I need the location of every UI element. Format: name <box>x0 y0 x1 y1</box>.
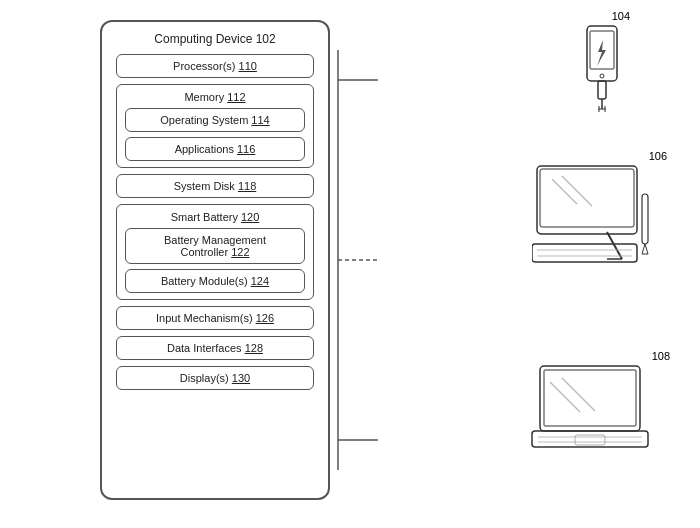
laptop-ref: 108 <box>530 350 670 362</box>
memory-group-box: Memory 112 Operating System 114 Applicat… <box>116 84 314 168</box>
bmc-box: Battery ManagementController 122 <box>125 228 305 264</box>
data-interfaces-box: Data Interfaces 128 <box>116 336 314 360</box>
system-disk-box: System Disk 118 <box>116 174 314 198</box>
svg-rect-7 <box>598 81 606 99</box>
phone-ref: 104 <box>575 10 630 22</box>
svg-rect-23 <box>540 366 640 431</box>
bracket-svg <box>328 20 408 500</box>
battery-label: Smart Battery 120 <box>171 211 260 223</box>
svg-marker-22 <box>642 244 648 254</box>
diagram-container: Computing Device 102 Processor(s) 110 Me… <box>0 0 700 528</box>
phone-icon <box>575 24 630 114</box>
svg-line-16 <box>607 232 622 259</box>
os-box: Operating System 114 <box>125 108 305 132</box>
svg-line-25 <box>550 382 580 412</box>
processors-box: Processor(s) 110 <box>116 54 314 78</box>
svg-rect-24 <box>544 370 636 426</box>
laptop-icon <box>530 364 675 464</box>
battery-module-box: Battery Module(s) 124 <box>125 269 305 293</box>
computing-device-box: Computing Device 102 Processor(s) 110 Me… <box>100 20 330 500</box>
svg-rect-13 <box>540 169 634 227</box>
memory-label: Memory 112 <box>184 91 245 103</box>
svg-rect-21 <box>642 194 648 244</box>
svg-line-14 <box>552 179 577 204</box>
svg-line-15 <box>562 176 592 206</box>
svg-line-26 <box>562 378 595 411</box>
tablet-icon <box>532 164 672 274</box>
display-box: Display(s) 130 <box>116 366 314 390</box>
battery-group-box: Smart Battery 120 Battery ManagementCont… <box>116 204 314 300</box>
tablet-ref: 106 <box>532 150 667 162</box>
laptop-device: 108 <box>530 350 675 467</box>
computing-device-label: Computing Device 102 <box>154 32 275 46</box>
svg-rect-30 <box>575 435 605 445</box>
svg-point-6 <box>600 74 604 78</box>
tablet-device: 106 <box>532 150 672 277</box>
phone-device: 104 <box>575 10 630 117</box>
apps-box: Applications 116 <box>125 137 305 161</box>
input-box: Input Mechanism(s) 126 <box>116 306 314 330</box>
